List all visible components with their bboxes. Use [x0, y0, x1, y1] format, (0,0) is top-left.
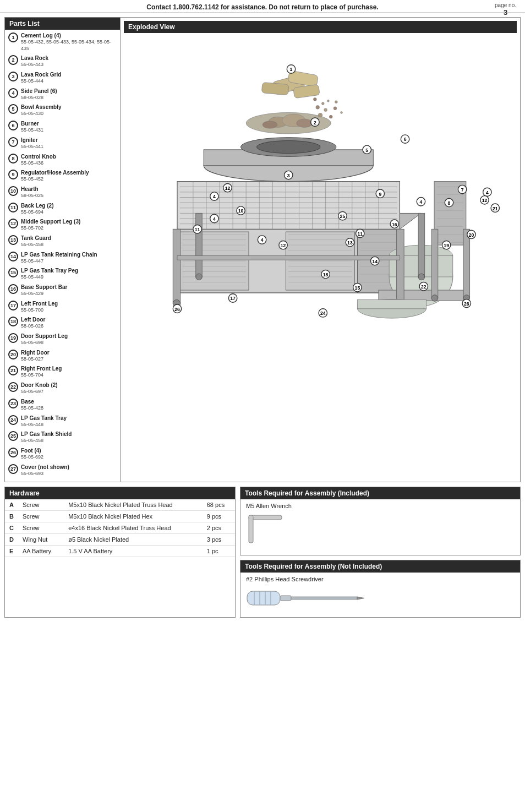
part-badge: 2: [8, 55, 18, 65]
part-badge: 20: [8, 350, 18, 359]
svg-rect-34: [177, 182, 400, 230]
svg-point-106: [431, 295, 438, 302]
list-item: 11 Back Leg (2) 55-05-694: [8, 202, 117, 216]
part-name: Foot (4): [21, 447, 117, 454]
part-sku: 55-05-697: [21, 389, 117, 395]
svg-text:8: 8: [448, 200, 451, 206]
hw-description: e4x16 Black Nickel Plated Truss Head: [64, 522, 203, 534]
bottom-section: Hardware A Screw M5x10 Black Nickel Plat…: [4, 487, 521, 618]
list-item: 25 LP Gas Tank Shield 55-05-458: [8, 430, 117, 444]
part-badge: 1: [8, 32, 18, 42]
list-item: 19 Door Support Leg 55-05-698: [8, 333, 117, 346]
svg-point-78: [313, 97, 316, 101]
hw-qty: 9 pcs: [203, 511, 235, 522]
svg-text:10: 10: [238, 208, 244, 214]
tools-not-included-header: Tools Required for Assembly (Not Include…: [240, 560, 520, 573]
part-sku: 55-05-428: [21, 405, 117, 412]
list-item: 18 Left Door 58-05-026: [8, 316, 117, 330]
part-name: Lava Rock: [21, 55, 117, 62]
svg-text:18: 18: [323, 272, 329, 277]
hw-letter: D: [5, 534, 18, 546]
list-item: 26 Foot (4) 55-05-692: [8, 447, 117, 461]
part-name: Door Support Leg: [21, 333, 117, 340]
svg-text:19: 19: [444, 243, 449, 248]
hw-description: M5x10 Black Nickel Plated Truss Head: [64, 499, 203, 511]
list-item: 9 Regulator/Hose Assembly 55-05-452: [8, 169, 117, 183]
part-badge: 8: [8, 154, 18, 164]
part-name: LP Gas Tank Tray: [21, 415, 117, 422]
part-badge: 21: [8, 366, 18, 375]
svg-text:5: 5: [365, 148, 368, 153]
part-badge: 27: [8, 464, 18, 474]
list-item: 13 Tank Guard 55-05-458: [8, 235, 117, 248]
svg-rect-103: [463, 229, 470, 298]
part-sku: 58-05-026: [21, 323, 117, 330]
hw-type: Screw: [18, 522, 64, 534]
part-name: Regulator/Hose Assembly: [21, 169, 117, 176]
part-sku: 55-05-448: [21, 422, 117, 428]
part-sku: 58-05-025: [21, 193, 117, 199]
list-item: 10 Hearth 58-05-025: [8, 186, 117, 199]
hw-description: 1.5 V AA Battery: [64, 546, 203, 557]
part-badge: 26: [8, 448, 18, 457]
part-sku: 55-05-458: [21, 438, 117, 444]
list-item: 1 Cement Log (4) 55-05-432, 55-05-433, 5…: [8, 32, 117, 52]
list-item: 16 Base Support Bar 55-05-429: [8, 284, 117, 297]
part-sku: 55-05-441: [21, 144, 117, 150]
hw-type: AA Battery: [18, 546, 64, 557]
parts-list-column: Parts List 1 Cement Log (4) 55-05-432, 5…: [5, 18, 121, 482]
svg-text:6: 6: [404, 137, 407, 142]
screwdriver-label: #2 Phillips Head Screwdriver: [246, 576, 515, 582]
list-item: 4 Side Panel (6) 58-05-028: [8, 88, 117, 101]
part-name: Tank Guard: [21, 235, 117, 242]
svg-text:2: 2: [314, 120, 316, 126]
svg-text:12: 12: [482, 198, 488, 203]
svg-rect-180: [249, 515, 253, 543]
part-badge: 6: [8, 121, 18, 130]
part-name: Igniter: [21, 137, 117, 144]
hw-letter: C: [5, 522, 18, 534]
part-sku: 55-05-431: [21, 127, 117, 134]
part-sku: 55-05-436: [21, 160, 117, 167]
svg-text:15: 15: [355, 285, 360, 291]
part-badge: 23: [8, 399, 18, 408]
hw-qty: 3 pcs: [203, 534, 235, 546]
svg-text:14: 14: [372, 259, 378, 264]
part-name: Middle Support Leg (3): [21, 218, 117, 225]
svg-text:24: 24: [320, 310, 326, 316]
list-item: 12 Middle Support Leg (3) 55-05-702: [8, 218, 117, 232]
part-name: Burner: [21, 120, 117, 127]
svg-point-76: [327, 100, 330, 102]
list-item: 2 Lava Rock 55-05-443: [8, 55, 117, 68]
hardware-header: Hardware: [5, 487, 235, 499]
part-name: LP Gas Tank Shield: [21, 430, 117, 438]
svg-rect-178: [357, 299, 426, 308]
part-name: LP Gas Tank Tray Peg: [21, 267, 117, 274]
svg-point-77: [333, 107, 337, 110]
part-sku: 55-05-693: [21, 471, 117, 477]
part-sku: 55-05-430: [21, 111, 117, 117]
part-sku: 55-05-452: [21, 176, 117, 183]
part-sku: 55-05-444: [21, 78, 117, 85]
tools-columns: Tools Required for Assembly (Included) M…: [240, 487, 521, 618]
part-sku: 55-05-702: [21, 225, 117, 232]
svg-text:9: 9: [379, 192, 381, 197]
svg-rect-181: [247, 591, 280, 605]
part-badge: 4: [8, 88, 18, 98]
hardware-table: A Screw M5x10 Black Nickel Plated Truss …: [5, 499, 235, 557]
svg-point-90: [196, 274, 203, 280]
hw-type: Screw: [18, 499, 64, 511]
part-sku: 55-05-692: [21, 454, 117, 461]
part-badge: 15: [8, 268, 18, 277]
part-badge: 19: [8, 333, 18, 343]
svg-text:26: 26: [174, 307, 180, 312]
part-sku: 55-05-698: [21, 340, 117, 346]
part-name: Control Knob: [21, 153, 117, 160]
hw-description: ø5 Black Nickel Plated: [64, 534, 203, 546]
part-badge: 5: [8, 104, 18, 114]
svg-text:22: 22: [421, 284, 426, 290]
svg-rect-105: [431, 229, 438, 298]
tools-included-header: Tools Required for Assembly (Included): [240, 487, 520, 499]
part-name: Back Leg (2): [21, 202, 117, 209]
part-badge: 9: [8, 170, 18, 179]
